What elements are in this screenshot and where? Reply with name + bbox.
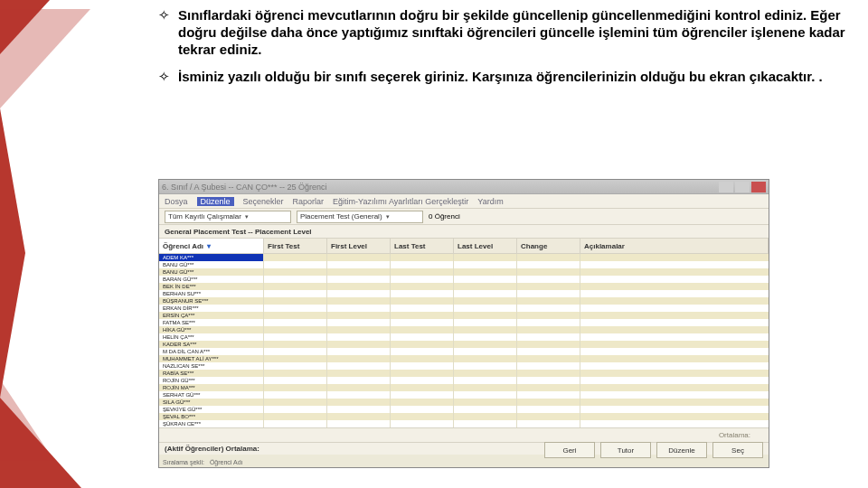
student-name-cell: BEK İN DE*** <box>159 283 264 290</box>
student-name-cell: HİKA GÜ*** <box>159 326 264 333</box>
menu-reports[interactable]: Raporlar <box>293 197 325 206</box>
menu-file[interactable]: Dosya <box>165 197 188 206</box>
student-name-cell: M DA DİL CAN A*** <box>159 348 264 355</box>
table-body: ADEM KA***BANU GÜ***BANU GÜ***BARAN GÜ**… <box>159 254 769 427</box>
window-title: 6. Sınıf / A Şubesi -- CAN ÇO*** -- 25 Ö… <box>162 183 327 192</box>
table-row[interactable]: HİKA GÜ*** <box>159 326 769 333</box>
menu-help[interactable]: Yardım <box>477 197 503 206</box>
close-icon[interactable] <box>751 182 766 192</box>
col-change[interactable]: Change <box>517 239 580 253</box>
table-row[interactable]: M DA DİL CAN A*** <box>159 348 769 355</box>
student-name-cell: BANU GÜ*** <box>159 268 264 276</box>
student-name-cell: KADER SA*** <box>159 341 264 348</box>
table-row[interactable]: ROJİN GÜ*** <box>159 377 769 384</box>
student-name-cell: NAZLICAN SE*** <box>159 362 264 370</box>
app-window: 6. Sınıf / A Şubesi -- CAN ÇO*** -- 25 Ö… <box>158 179 769 468</box>
table-row[interactable]: ROJİN MA*** <box>159 384 769 391</box>
table-row[interactable]: ERKAN DİR*** <box>159 305 769 312</box>
student-name-cell: ROJİN MA*** <box>159 384 264 391</box>
student-name-cell: ŞEVAL BO*** <box>159 413 264 420</box>
minimize-icon[interactable] <box>719 182 733 192</box>
sort-icon: ▾ <box>207 242 211 250</box>
edit-button[interactable]: Düzenle <box>656 442 707 458</box>
student-name-cell: SILA GÜ*** <box>159 399 264 406</box>
student-name-cell: BÜŞRANUR SE*** <box>159 297 264 305</box>
table-row[interactable]: SERHAT GÜ*** <box>159 391 769 399</box>
student-name-cell: MUHAMMET ALİ AY*** <box>159 355 264 362</box>
table-row[interactable]: MUHAMMET ALİ AY*** <box>159 355 769 362</box>
dropdown-test[interactable]: Placement Test (General)▾ <box>297 211 423 223</box>
col-student[interactable]: Öğrenci Adı▾ <box>159 239 264 253</box>
table-row[interactable]: SILA GÜ*** <box>159 399 769 406</box>
table-row[interactable]: ERSİN ÇA*** <box>159 312 769 319</box>
table-row[interactable]: BANU GÜ*** <box>159 261 769 268</box>
diamond-icon: ✧ <box>158 7 178 58</box>
bullet-item: ✧ Sınıflardaki öğrenci mevcutlarının doğ… <box>158 7 852 58</box>
table-row[interactable]: BEK İN DE*** <box>159 283 769 290</box>
student-name-cell: ŞEVKİYE GÜ*** <box>159 406 264 413</box>
table-row[interactable]: FATMA SE*** <box>159 319 769 326</box>
bullet-list: ✧ Sınıflardaki öğrenci mevcutlarının doğ… <box>158 7 852 97</box>
menubar: Dosya Düzenle Seçenekler Raporlar Eğitim… <box>159 194 769 209</box>
table-row[interactable]: BANU GÜ*** <box>159 268 769 276</box>
col-lastlevel[interactable]: Last Level <box>454 239 517 253</box>
student-name-cell: FATMA SE*** <box>159 319 264 326</box>
student-name-cell: BANU GÜ*** <box>159 261 264 268</box>
footer-average: Ortalama: <box>159 427 769 442</box>
button-row: Geri Tutor Düzenle Seç <box>544 442 763 458</box>
dropdown-works[interactable]: Tüm Kayıtlı Çalışmalar▾ <box>165 211 291 223</box>
back-button[interactable]: Geri <box>544 442 595 458</box>
student-count: 0 Öğrenci <box>429 212 460 221</box>
table-row[interactable]: ADEM KA*** <box>159 254 769 261</box>
select-button[interactable]: Seç <box>712 442 763 458</box>
student-name-cell: SERHAT GÜ*** <box>159 391 264 399</box>
col-firstlevel[interactable]: First Level <box>327 239 391 253</box>
menu-options[interactable]: Seçenekler <box>243 197 284 206</box>
menu-edit[interactable]: Düzenle <box>197 197 234 206</box>
bullet-text: Sınıflardaki öğrenci mevcutlarının doğru… <box>178 7 852 58</box>
col-firsttest[interactable]: First Test <box>264 239 327 253</box>
bullet-text: İsminiz yazılı olduğu bir sınıfı seçerek… <box>178 69 852 86</box>
student-name-cell: BERHAN SU*** <box>159 290 264 297</box>
table-header-row: Öğrenci Adı▾ First Test First Level Last… <box>159 238 769 254</box>
menu-settings[interactable]: Eğitim-Yazılımı Ayarlıtları Gerçekleştir <box>333 197 468 206</box>
table-row[interactable]: ŞEVAL BO*** <box>159 413 769 420</box>
student-name-cell: HELİN ÇA*** <box>159 333 264 341</box>
table-row[interactable]: NAZLICAN SE*** <box>159 362 769 370</box>
tutor-button[interactable]: Tutor <box>600 442 651 458</box>
student-name-cell: ŞÜKRAN CE*** <box>159 420 264 427</box>
table-row[interactable]: BARAN GÜ*** <box>159 276 769 283</box>
slide-decoration <box>0 0 99 488</box>
col-lasttest[interactable]: Last Test <box>391 239 454 253</box>
student-name-cell: ERKAN DİR*** <box>159 305 264 312</box>
table-row[interactable]: KADER SA*** <box>159 341 769 348</box>
table-row[interactable]: HELİN ÇA*** <box>159 333 769 341</box>
table-row[interactable]: ŞÜKRAN CE*** <box>159 420 769 427</box>
toolbar: Tüm Kayıtlı Çalışmalar▾ Placement Test (… <box>159 209 769 225</box>
table-row[interactable]: ŞEVKİYE GÜ*** <box>159 406 769 413</box>
chevron-down-icon: ▾ <box>386 213 390 221</box>
student-name-cell: BARAN GÜ*** <box>159 276 264 283</box>
maximize-icon[interactable] <box>735 182 750 192</box>
bullet-item: ✧ İsminiz yazılı olduğu bir sınıfı seçer… <box>158 69 852 86</box>
student-name-cell: ADEM KA*** <box>159 254 264 261</box>
student-name-cell: ERSİN ÇA*** <box>159 312 264 319</box>
chevron-down-icon: ▾ <box>245 213 249 221</box>
student-name-cell: ROJİN GÜ*** <box>159 377 264 384</box>
status-label: Sıralama şekli: <box>163 459 204 465</box>
table-row[interactable]: BERHAN SU*** <box>159 290 769 297</box>
status-value: Öğrenci Adı <box>210 459 243 465</box>
diamond-icon: ✧ <box>158 69 178 86</box>
table-row[interactable]: BÜŞRANUR SE*** <box>159 297 769 305</box>
student-name-cell: RABİA SE*** <box>159 370 264 377</box>
table-row[interactable]: RABİA SE*** <box>159 370 769 377</box>
col-notes[interactable]: Açıklamalar <box>580 239 769 253</box>
status-bar: Sıralama şekli: Öğrenci Adı <box>163 459 242 465</box>
window-titlebar: 6. Sınıf / A Şubesi -- CAN ÇO*** -- 25 Ö… <box>159 180 769 194</box>
sub-header: General Placement Test -- Placement Leve… <box>159 225 769 238</box>
